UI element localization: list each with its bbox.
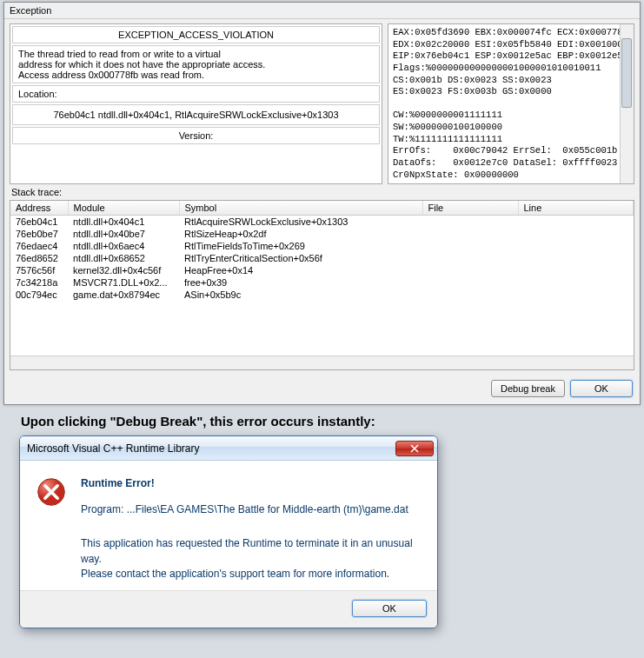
close-button[interactable]: [395, 441, 434, 456]
version-label: Version:: [12, 127, 380, 144]
cell-symbol: RtlTryEnterCriticalSection+0x56f: [179, 252, 422, 264]
dialog-titlebar[interactable]: Microsoft Visual C++ Runtime Library: [20, 436, 437, 461]
cell-symbol: RtlSizeHeap+0x2df: [179, 228, 422, 240]
close-icon: [410, 444, 419, 453]
cell-module: ntdll.dll+0x68652: [68, 252, 179, 264]
register-dump[interactable]: EAX:0x05fd3690 EBX:0x000074fc ECX:0x0007…: [388, 23, 634, 184]
runtime-error-heading: Runtime Error!: [81, 476, 422, 491]
exception-title: EXCEPTION_ACCESS_VIOLATION: [12, 26, 380, 43]
cell-file: [422, 228, 518, 240]
ok-button[interactable]: OK: [570, 380, 633, 397]
scrollbar-thumb[interactable]: [621, 38, 632, 108]
cell-address: 7c34218a: [10, 276, 68, 289]
cell-file: [422, 252, 518, 264]
col-symbol[interactable]: Symbol: [179, 201, 422, 216]
cell-module: ntdll.dll+0x6aec4: [68, 240, 179, 252]
cell-symbol: free+0x39: [179, 276, 422, 289]
desc-line: address for which it does not have the a…: [18, 59, 374, 70]
table-row[interactable]: 76ed8652ntdll.dll+0x68652RtlTryEnterCrit…: [10, 252, 634, 264]
table-row[interactable]: 00c794ecgame.dat+0x8794ecASin+0x5b9c: [10, 289, 634, 301]
window-title: Exception: [10, 5, 51, 16]
cell-symbol: ASin+0x5b9c: [179, 289, 422, 301]
table-row[interactable]: 76edaec4ntdll.dll+0x6aec4RtlTimeFieldsTo…: [10, 240, 634, 252]
col-module[interactable]: Module: [68, 201, 179, 216]
table-row[interactable]: 76eb0be7ntdll.dll+0x40be7RtlSizeHeap+0x2…: [10, 228, 634, 240]
cell-file: [422, 276, 518, 289]
col-file[interactable]: File: [422, 201, 518, 216]
cell-file: [422, 264, 518, 276]
caption-text: Upon clicking "Debug Break", this error …: [0, 405, 644, 435]
cell-address: 76edaec4: [10, 240, 68, 252]
exception-window: Exception EXCEPTION_ACCESS_VIOLATION The…: [3, 2, 641, 405]
error-body-line: Please contact the application's support…: [81, 567, 422, 582]
location-value: 76eb04c1 ntdll.dll+0x404c1, RtlAcquireSR…: [12, 104, 380, 125]
error-icon: [36, 476, 67, 508]
dialog-ok-button[interactable]: OK: [352, 600, 427, 617]
cell-line: [518, 240, 634, 252]
cell-line: [518, 252, 634, 264]
col-line[interactable]: Line: [518, 201, 634, 216]
exception-left-pane: EXCEPTION_ACCESS_VIOLATION The thread tr…: [10, 23, 382, 184]
cell-line: [518, 289, 634, 301]
scrollbar-vertical[interactable]: [620, 24, 634, 183]
cell-address: 00c794ec: [10, 289, 68, 301]
cell-module: MSVCR71.DLL+0x2...: [68, 276, 179, 289]
error-body-line: This application has requested the Runti…: [81, 536, 422, 567]
cell-address: 7576c56f: [10, 264, 68, 276]
cell-module: ntdll.dll+0x404c1: [68, 216, 179, 229]
dialog-title: Microsoft Visual C++ Runtime Library: [27, 442, 200, 455]
cell-symbol: HeapFree+0x14: [179, 264, 422, 276]
cell-address: 76ed8652: [10, 252, 68, 264]
runtime-error-dialog: Microsoft Visual C++ Runtime Library Run…: [19, 435, 438, 628]
cell-line: [518, 216, 634, 229]
location-label: Location:: [12, 85, 380, 103]
cell-module: kernel32.dll+0x4c56f: [68, 264, 179, 276]
cell-line: [518, 264, 634, 276]
dialog-message: Runtime Error! Program: ...Files\EA GAME…: [81, 476, 422, 582]
table-row[interactable]: 7576c56fkernel32.dll+0x4c56fHeapFree+0x1…: [10, 264, 634, 276]
exception-description: The thread tried to read from or write t…: [12, 45, 380, 83]
register-text: EAX:0x05fd3690 EBX:0x000074fc ECX:0x0007…: [393, 27, 634, 180]
scrollbar-horizontal[interactable]: [10, 356, 634, 369]
stack-trace-table: Address Module Symbol File Line 76eb04c1…: [10, 201, 634, 301]
cell-line: [518, 228, 634, 240]
cell-module: game.dat+0x8794ec: [68, 289, 179, 301]
stack-trace-table-wrap: Address Module Symbol File Line 76eb04c1…: [10, 200, 634, 370]
cell-module: ntdll.dll+0x40be7: [68, 228, 179, 240]
desc-line: The thread tried to read from or write t…: [18, 49, 374, 59]
cell-address: 76eb0be7: [10, 228, 68, 240]
table-row[interactable]: 76eb04c1ntdll.dll+0x404c1RtlAcquireSRWLo…: [10, 216, 634, 229]
cell-symbol: RtlAcquireSRWLockExclusive+0x1303: [179, 216, 422, 229]
program-path: Program: ...Files\EA GAMES\The Battle fo…: [81, 502, 422, 517]
cell-file: [422, 289, 518, 301]
window-titlebar: Exception: [4, 3, 640, 19]
cell-file: [422, 216, 518, 229]
cell-line: [518, 276, 634, 289]
desc-line: Access address 0x000778fb was read from.: [18, 70, 374, 80]
stack-trace-label: Stack trace:: [4, 184, 640, 200]
col-address[interactable]: Address: [10, 201, 68, 216]
cell-file: [422, 240, 518, 252]
cell-symbol: RtlTimeFieldsToTime+0x269: [179, 240, 422, 252]
cell-address: 76eb04c1: [10, 216, 68, 229]
debug-break-button[interactable]: Debug break: [491, 380, 565, 397]
table-row[interactable]: 7c34218aMSVCR71.DLL+0x2...free+0x39: [10, 276, 634, 289]
